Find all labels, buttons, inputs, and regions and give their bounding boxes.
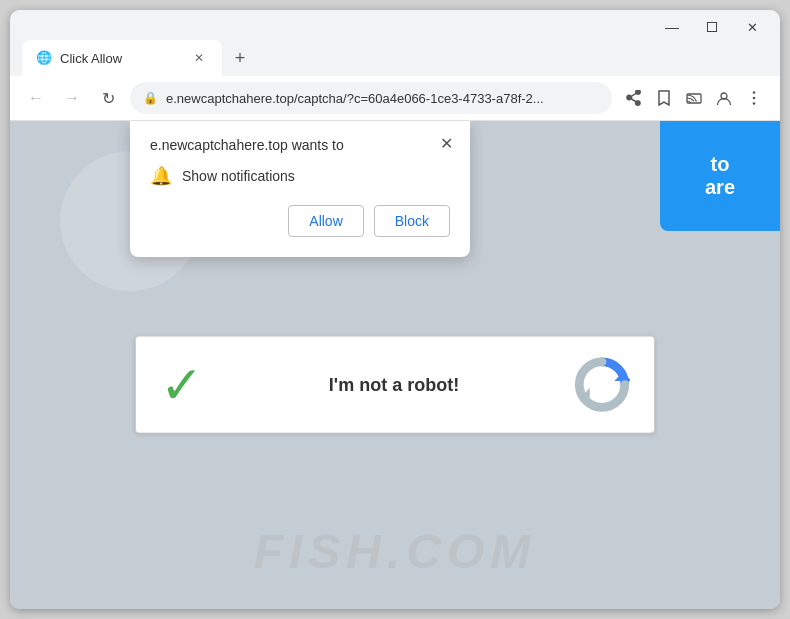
url-text: e.newcaptchahere.top/captcha/?c=60a4e066… <box>166 91 599 106</box>
checkmark-icon: ✓ <box>160 359 204 411</box>
back-button[interactable]: ← <box>22 84 50 112</box>
tab-bar: 🌐 Click Allow ✕ + <box>10 40 780 76</box>
popup-buttons: Allow Block <box>150 205 450 237</box>
address-bar-row: ← → ↻ 🔒 e.newcaptchahere.top/captcha/?c=… <box>10 76 780 121</box>
bookmark-icon-button[interactable] <box>650 84 678 112</box>
lock-icon: 🔒 <box>143 91 158 105</box>
share-icon-button[interactable] <box>620 84 648 112</box>
blue-banner: to are <box>660 121 780 231</box>
captcha-label: I'm not a robot! <box>214 374 574 395</box>
address-bar[interactable]: 🔒 e.newcaptchahere.top/captcha/?c=60a4e0… <box>130 82 612 114</box>
minimize-button[interactable]: — <box>652 14 692 40</box>
popup-notification-row: 🔔 Show notifications <box>150 165 450 187</box>
tab-title: Click Allow <box>60 51 182 66</box>
block-button[interactable]: Block <box>374 205 450 237</box>
new-tab-button[interactable]: + <box>226 44 254 72</box>
toolbar-icons <box>620 84 768 112</box>
cast-icon-button[interactable] <box>680 84 708 112</box>
watermark-text: FISH.COM <box>254 524 537 579</box>
forward-button[interactable]: → <box>58 84 86 112</box>
bell-icon: 🔔 <box>150 165 172 187</box>
popup-close-button[interactable]: ✕ <box>434 131 458 155</box>
refresh-button[interactable]: ↻ <box>94 84 122 112</box>
svg-point-4 <box>753 102 756 105</box>
allow-button[interactable]: Allow <box>288 205 363 237</box>
close-window-button[interactable]: ✕ <box>732 14 772 40</box>
svg-point-2 <box>753 91 756 94</box>
browser-window: —✕ 🌐 Click Allow ✕ + ← → ↻ 🔒 e.newcaptch… <box>10 10 780 609</box>
menu-icon-button[interactable] <box>740 84 768 112</box>
recaptcha-logo <box>574 357 630 413</box>
restore-button[interactable] <box>692 14 732 40</box>
popup-title: e.newcaptchahere.top wants to <box>150 137 450 153</box>
captcha-box: ✓ I'm not a robot! <box>135 336 655 434</box>
tab-close-button[interactable]: ✕ <box>190 49 208 67</box>
profile-icon-button[interactable] <box>710 84 738 112</box>
window-controls-bar: —✕ <box>10 10 780 40</box>
active-tab[interactable]: 🌐 Click Allow ✕ <box>22 40 222 76</box>
notification-label: Show notifications <box>182 168 295 184</box>
tab-favicon: 🌐 <box>36 50 52 66</box>
content-area: to are ✓ I'm not a robot! <box>10 121 780 609</box>
svg-point-3 <box>753 97 756 100</box>
permission-popup: ✕ e.newcaptchahere.top wants to 🔔 Show n… <box>130 121 470 257</box>
